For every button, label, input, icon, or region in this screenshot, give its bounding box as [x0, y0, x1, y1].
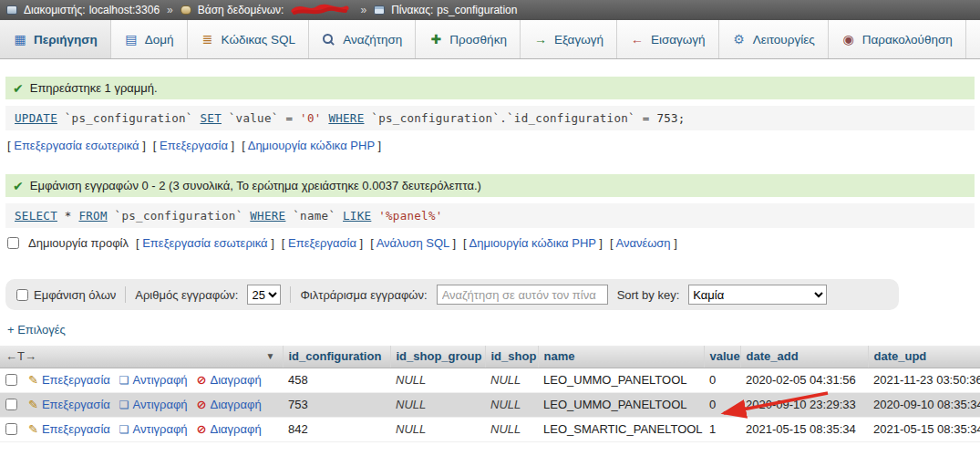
cell-id_shop_group: NULL — [390, 392, 485, 417]
success-check-icon — [13, 180, 24, 192]
bracketed-action: [ Δημιουργία κώδικα PHP ] — [242, 139, 381, 152]
sort-key-label: Sort by key: — [617, 288, 680, 302]
server-label: Διακομιστής: — [24, 4, 86, 16]
sql-token: `name` — [285, 209, 343, 223]
results-table: ←T→▼id_configurationid_shop_groupid_shop… — [0, 346, 980, 442]
row-actions: ΕπεξεργασίαΑντιγραφήΔιαγραφή — [5, 422, 277, 436]
action-link[interactable]: Επεξεργασία εσωτερικά — [142, 236, 267, 250]
table-row: ΕπεξεργασίαΑντιγραφήΔιαγραφή458NULLNULLL… — [0, 368, 980, 392]
row-select-checkbox[interactable] — [5, 374, 17, 386]
success-check-icon — [13, 82, 24, 95]
action-link[interactable]: Επεξεργασία — [160, 139, 228, 152]
delete-row-link[interactable]: Διαγραφή — [197, 373, 262, 387]
table-link[interactable]: ps_configuration — [437, 4, 517, 16]
column-header-id_shop_group[interactable]: id_shop_group — [390, 346, 485, 368]
cell-id_shop_group: NULL — [390, 368, 485, 392]
sql-box-2: SELECT * FROM `ps_configuration` WHERE `… — [5, 203, 975, 228]
delete-row-link[interactable]: Διαγραφή — [197, 398, 262, 411]
structure-icon — [124, 33, 139, 47]
sort-descending-icon[interactable]: ▼ — [266, 351, 275, 361]
row-select-checkbox[interactable] — [5, 423, 17, 435]
breadcrumb-table: Πίνακας: ps_configuration — [374, 4, 517, 16]
row-toggle-arrows[interactable]: ←T→ — [5, 349, 36, 363]
corner-controls: ←T→▼ — [5, 349, 277, 363]
profiling-row: Δημιουργία προφίλ [ Επεξεργασία εσωτερικ… — [7, 236, 973, 250]
action-link[interactable]: Επεξεργασία — [288, 236, 356, 250]
redaction-scribble — [291, 3, 349, 17]
edit-row-link[interactable]: Επεξεργασία — [28, 398, 110, 411]
sql-token: '0' — [300, 111, 321, 125]
column-header-date_upd[interactable]: date_upd — [868, 346, 980, 368]
sql-keyword-link[interactable]: SELECT — [15, 209, 57, 223]
sql-keyword-link[interactable]: UPDATE — [15, 111, 57, 125]
bracketed-action: [ Επεξεργασία ] — [153, 139, 234, 152]
column-header-name[interactable]: name — [538, 346, 704, 368]
profiling-checkbox[interactable] — [7, 237, 19, 249]
show-all-control[interactable]: Εμφάνιση όλων — [16, 288, 116, 302]
edit-row-link[interactable]: Επεξεργασία — [28, 422, 110, 436]
column-header-value[interactable]: value — [704, 346, 740, 368]
results-toolbar: Εμφάνιση όλων Αριθμός εγγραφών: 25 Φιλτρ… — [5, 279, 899, 310]
tab-partial[interactable] — [966, 20, 980, 58]
tab-import[interactable]: Εισαγωγή — [617, 20, 719, 58]
copy-row-link[interactable]: Αντιγραφή — [119, 422, 188, 436]
copy-row-link[interactable]: Αντιγραφή — [119, 373, 188, 387]
row-actions: ΕπεξεργασίαΑντιγραφήΔιαγραφή — [5, 398, 277, 411]
sql-keyword-link[interactable]: SET — [200, 111, 221, 125]
row-select-checkbox[interactable] — [5, 399, 17, 410]
column-header-id_configuration[interactable]: id_configuration — [283, 346, 390, 368]
edit-row-link[interactable]: Επεξεργασία — [28, 373, 110, 387]
copy-row-link-label: Αντιγραφή — [133, 398, 188, 411]
table-row: ΕπεξεργασίαΑντιγραφήΔιαγραφή842NULLNULLL… — [0, 417, 980, 441]
tab-sql[interactable]: Κώδικας SQL — [188, 20, 310, 58]
tab-tracking[interactable]: Παρακολούθηση — [829, 20, 966, 58]
bracketed-action: [ Επεξεργασία εσωτερικά ] — [136, 236, 274, 250]
delete-row-link[interactable]: Διαγραφή — [197, 422, 262, 436]
options-toggle[interactable]: + Επιλογές — [7, 323, 973, 337]
query1-actions: [ Επεξεργασία εσωτερικά ][ Επεξεργασία ]… — [7, 139, 973, 152]
sql-keyword-link[interactable]: WHERE — [250, 209, 285, 223]
cell-id_configuration: 458 — [283, 368, 390, 392]
cell-id_configuration: 753 — [283, 392, 390, 417]
copy-row-link[interactable]: Αντιγραφή — [119, 398, 188, 411]
breadcrumb-server: Διακομιστής: localhost:3306 — [6, 4, 160, 16]
tab-label: Κώδικας SQL — [222, 33, 296, 47]
tab-export[interactable]: Εξαγωγή — [521, 20, 617, 58]
browse-icon — [13, 33, 27, 47]
pencil-icon — [28, 399, 38, 410]
tab-operations[interactable]: Λειτουργίες — [719, 20, 829, 58]
server-icon — [6, 5, 17, 15]
tab-search[interactable]: Αναζήτηση — [309, 20, 416, 58]
sort-key-select[interactable]: Καμία — [688, 285, 827, 305]
row-actions-cell: ΕπεξεργασίαΑντιγραφήΔιαγραφή — [0, 368, 283, 392]
num-rows-select[interactable]: 25 — [247, 285, 281, 305]
action-link[interactable]: Επεξεργασία εσωτερικά — [14, 139, 139, 152]
column-header-id_shop[interactable]: id_shop — [485, 346, 538, 368]
tab-insert[interactable]: Προσθήκη — [416, 20, 521, 58]
tab-label: Εξαγωγή — [554, 33, 603, 47]
delete-row-link-label: Διαγραφή — [211, 373, 262, 387]
cell-id_configuration: 842 — [283, 417, 390, 441]
query1-links: [ Επεξεργασία εσωτερικά ][ Επεξεργασία ]… — [7, 139, 381, 152]
tab-browse[interactable]: Περιήγηση — [0, 20, 111, 58]
success-text-1: Επηρεάστηκε 1 γραμμή. — [30, 81, 158, 95]
sql-keyword-link[interactable]: LIKE — [343, 209, 371, 223]
filter-input[interactable] — [437, 285, 608, 305]
pencil-icon — [28, 423, 38, 435]
server-link[interactable]: localhost:3306 — [89, 4, 160, 16]
bracketed-action: [ Δημιουργία κώδικα PHP ] — [463, 236, 603, 250]
show-all-checkbox[interactable] — [16, 289, 28, 301]
action-link[interactable]: Δημιουργία κώδικα PHP — [469, 236, 596, 250]
sql-token: '%panel%' — [371, 209, 442, 223]
sql-keyword-link[interactable]: WHERE — [328, 111, 364, 125]
cell-date_upd: 2021-11-23 03:50:36 — [868, 368, 980, 392]
action-link[interactable]: Ανανέωση — [615, 236, 670, 250]
sql-token: * — [57, 209, 78, 223]
action-link[interactable]: Δημιουργία κώδικα PHP — [248, 139, 375, 152]
column-header-date_add[interactable]: date_add — [740, 346, 868, 368]
tab-structure[interactable]: Δομή — [111, 20, 188, 58]
action-link[interactable]: Ανάλυση SQL — [377, 236, 449, 250]
sql-keyword-link[interactable]: FROM — [78, 209, 107, 223]
search-icon — [322, 33, 336, 47]
success-message-2: Εμφάνιση εγγραφών 0 - 2 (3 συνολικά, Το … — [5, 174, 975, 197]
